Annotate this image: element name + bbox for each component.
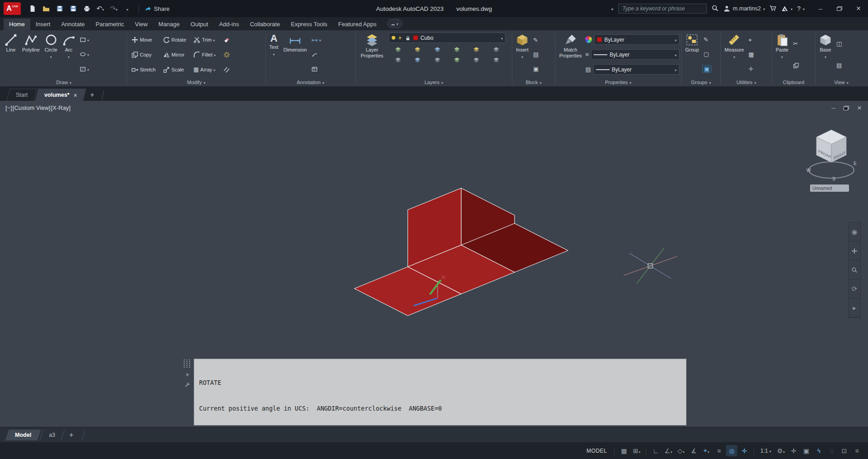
- object-snap-tracking-toggle[interactable]: ∡: [688, 445, 699, 456]
- ribbon-tab-addins[interactable]: Add-ins: [214, 19, 244, 30]
- search-expand-icon[interactable]: [611, 5, 614, 12]
- app-store-button[interactable]: [769, 5, 777, 13]
- layer-on-all-button[interactable]: [408, 55, 427, 65]
- fillet-button[interactable]: Fillet: [192, 51, 217, 59]
- open-file-button[interactable]: [40, 3, 52, 14]
- layer-unisolate-button[interactable]: [389, 55, 407, 65]
- ribbon-display-options-button[interactable]: [387, 19, 402, 28]
- model-tab[interactable]: Model: [5, 430, 41, 440]
- base-view-button[interactable]: Base: [817, 32, 834, 77]
- command-window-grip[interactable]: [184, 360, 191, 368]
- autodesk-menu-button[interactable]: [781, 5, 792, 12]
- polar-flyout-caret[interactable]: [671, 447, 672, 454]
- help-button[interactable]: ?: [797, 5, 805, 12]
- rectangle-button[interactable]: [78, 36, 91, 43]
- group-selection-toggle[interactable]: ▣: [702, 65, 711, 73]
- array-button[interactable]: ▦Array: [192, 66, 217, 73]
- named-view-dropdown[interactable]: Unnamed: [810, 185, 849, 192]
- ribbon-tab-manage[interactable]: Manage: [153, 19, 185, 30]
- ungroup-button[interactable]: ▢: [702, 51, 711, 57]
- scale-button[interactable]: Scale: [162, 66, 187, 74]
- thaw-all-layers-button[interactable]: [428, 55, 447, 65]
- minimize-window-button[interactable]: [811, 0, 830, 17]
- text-button[interactable]: Text: [267, 32, 280, 77]
- drawing-minimize-icon[interactable]: [832, 105, 836, 111]
- groups-panel-label[interactable]: Groups: [682, 78, 720, 86]
- model-space-indicator[interactable]: MODEL: [587, 448, 607, 454]
- drawing-restore-icon[interactable]: [844, 106, 849, 110]
- paste-flyout-caret[interactable]: [781, 54, 783, 60]
- osnap-flyout-caret[interactable]: [707, 447, 709, 454]
- paste-button[interactable]: Paste: [774, 32, 790, 77]
- new-file-button[interactable]: [27, 3, 38, 14]
- selection-cycling-toggle[interactable]: ◎: [726, 445, 737, 456]
- table-button[interactable]: [310, 66, 322, 73]
- quick-select-button[interactable]: ✛: [747, 66, 755, 72]
- viewport-minimize-control[interactable]: [−]: [5, 104, 12, 111]
- grid-display-toggle[interactable]: ▦: [618, 445, 630, 456]
- stretch-button[interactable]: Stretch: [130, 66, 157, 74]
- layout-tab-a3[interactable]: a3: [39, 430, 65, 440]
- ribbon-tab-home[interactable]: Home: [4, 19, 30, 30]
- arc-flyout-caret[interactable]: [68, 54, 70, 60]
- layer-properties-button[interactable]: Layer Properties: [358, 32, 386, 77]
- cut-button[interactable]: ✂: [792, 40, 801, 47]
- showmotion-button[interactable]: ▸: [849, 298, 860, 317]
- named-views-button[interactable]: ▤: [835, 62, 843, 69]
- block-editor-button[interactable]: ▣: [532, 66, 540, 72]
- define-attributes-button[interactable]: ▤: [532, 51, 540, 58]
- isometric-flyout-caret[interactable]: [683, 447, 685, 454]
- object-color-dropdown[interactable]: ByLayer: [594, 34, 679, 45]
- draw-panel-label[interactable]: Draw: [1, 78, 127, 86]
- group-button[interactable]: Group: [683, 32, 701, 77]
- close-command-window-icon[interactable]: [186, 371, 189, 378]
- layer-off-button[interactable]: [389, 45, 407, 54]
- ribbon-tab-parametric[interactable]: Parametric: [90, 19, 129, 30]
- account-button[interactable]: m.martins2: [723, 5, 765, 12]
- polyline-button[interactable]: Polyline: [20, 32, 42, 77]
- customize-quick-access-button[interactable]: [122, 3, 133, 14]
- drawing-close-icon[interactable]: [857, 104, 862, 113]
- annotation-scale-button[interactable]: 1:1: [758, 448, 774, 454]
- object-snap-toggle[interactable]: ⌖: [701, 445, 712, 456]
- compass-east-label[interactable]: E: [854, 161, 857, 166]
- unlock-all-layers-button[interactable]: [448, 55, 466, 65]
- layer-isolate-button[interactable]: [408, 45, 427, 54]
- group-edit-button[interactable]: ✎: [702, 36, 711, 43]
- insert-block-button[interactable]: Insert: [514, 32, 530, 77]
- fillet-flyout-caret[interactable]: [214, 52, 216, 57]
- new-layout-button[interactable]: +: [65, 431, 77, 439]
- layer-walk-button[interactable]: [487, 55, 506, 65]
- workspace-flyout-caret[interactable]: [783, 447, 785, 454]
- search-button[interactable]: [711, 5, 719, 13]
- clean-screen-toggle[interactable]: ⊡: [839, 445, 850, 456]
- copy-clip-button[interactable]: [792, 62, 801, 69]
- quick-properties-toggle[interactable]: ▣: [801, 445, 812, 456]
- base-flyout-caret[interactable]: [825, 54, 826, 60]
- properties-panel-label[interactable]: Properties: [555, 78, 681, 86]
- ribbon-tab-express-tools[interactable]: Express Tools: [286, 19, 333, 30]
- close-tab-icon[interactable]: [74, 92, 77, 99]
- annotation-monitor-toggle[interactable]: ✛: [788, 445, 799, 456]
- explode-button[interactable]: [222, 51, 232, 59]
- edit-attribute-button[interactable]: ✎: [532, 37, 540, 43]
- zoom-button[interactable]: [849, 260, 860, 279]
- viewcube-compass-ring[interactable]: [809, 162, 854, 178]
- erase-button[interactable]: [222, 36, 232, 44]
- annotation-panel-label[interactable]: Annotation: [266, 78, 355, 86]
- offset-button[interactable]: [222, 66, 232, 74]
- close-window-button[interactable]: [849, 0, 868, 17]
- search-input[interactable]: [618, 4, 707, 14]
- viewport-view-control[interactable]: [Custom View]: [13, 104, 51, 111]
- hatch-button[interactable]: [78, 66, 91, 73]
- make-current-layer-button[interactable]: [467, 45, 486, 54]
- undo-button[interactable]: [95, 3, 106, 14]
- ribbon-tab-view[interactable]: View: [129, 19, 153, 30]
- ribbon-tab-insert[interactable]: Insert: [30, 19, 56, 30]
- ellipse-button[interactable]: [78, 51, 91, 58]
- isolate-objects-button[interactable]: ◌: [826, 445, 837, 456]
- save-as-button[interactable]: [67, 3, 79, 14]
- layer-dropdown[interactable]: Cubo: [389, 33, 506, 43]
- linear-dimension-button[interactable]: [310, 36, 322, 43]
- dynamic-input-toggle[interactable]: ✛: [739, 445, 750, 456]
